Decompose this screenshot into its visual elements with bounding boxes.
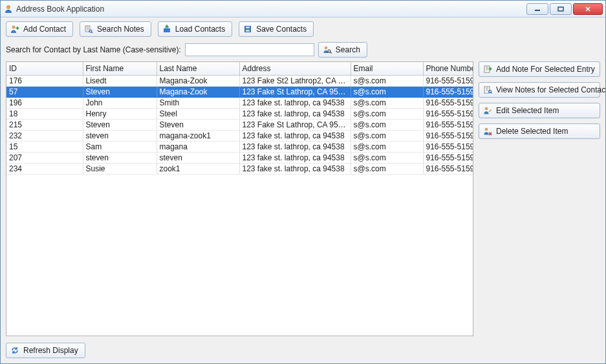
cell-id: 18 (6, 108, 83, 119)
add-note-button[interactable]: Add Note For Selected Entry (479, 61, 600, 77)
side-buttons: Add Note For Selected Entry View Notes f… (479, 61, 600, 336)
cell-address: 123 fake st. lathrop, ca 94538 (239, 163, 351, 174)
col-email[interactable]: Email (351, 62, 423, 75)
load-contacts-button[interactable]: Load Contacts (158, 21, 232, 37)
search-notes-icon (84, 25, 93, 34)
cell-last: Smith (157, 97, 239, 108)
search-notes-button[interactable]: Search Notes (80, 21, 151, 37)
cell-first: Steven (83, 86, 157, 97)
col-address[interactable]: Address (239, 62, 351, 75)
cell-last: magana (157, 141, 239, 152)
col-first-name[interactable]: First Name (83, 62, 157, 75)
cell-first: Henry (83, 108, 157, 119)
cell-address: 123 Fake St Lathrop, CA 95330 (239, 86, 351, 97)
svg-point-0 (6, 5, 10, 9)
svg-rect-6 (164, 28, 170, 32)
cell-first: John (83, 97, 157, 108)
button-label: Add Note For Selected Entry (496, 65, 595, 74)
svg-rect-10 (246, 30, 250, 32)
cell-email: s@s.com (351, 163, 423, 174)
maximize-button[interactable] (550, 3, 572, 15)
load-icon (162, 25, 171, 34)
save-icon (243, 25, 252, 34)
svg-point-12 (328, 50, 330, 52)
cell-phone: 916-555-5159 (423, 86, 473, 97)
main-row: ID First Name Last Name Address Email Ph… (6, 61, 600, 336)
cell-phone: 916-555-5159 (423, 119, 473, 130)
cell-last: Steel (157, 108, 239, 119)
table-row[interactable]: 57StevenMagana-Zook123 Fake St Lathrop, … (6, 86, 473, 97)
cell-email: s@s.com (351, 119, 423, 130)
cell-id: 234 (6, 163, 83, 174)
refresh-button[interactable]: Refresh Display (6, 343, 85, 358)
cell-email: s@s.com (351, 108, 423, 119)
search-icon (323, 45, 332, 54)
cell-last: Magana-Zook (157, 86, 239, 97)
cell-phone: 916-555-5159 (423, 75, 473, 86)
cell-last: zook1 (157, 163, 239, 174)
cell-id: 57 (6, 86, 83, 97)
cell-first: Susie (83, 163, 157, 174)
table-row[interactable]: 196JohnSmith123 fake st. lathrop, ca 945… (6, 97, 473, 108)
cell-phone: 916-555-5159 (423, 97, 473, 108)
cell-email: s@s.com (351, 141, 423, 152)
cell-id: 215 (6, 119, 83, 130)
view-notes-button[interactable]: View Notes for Selected Contact (479, 82, 600, 98)
button-label: Load Contacts (175, 25, 225, 34)
col-last-name[interactable]: Last Name (157, 62, 239, 75)
search-button[interactable]: Search (318, 42, 367, 58)
table-row[interactable]: 215StevenSteven123 Fake St Lathrop, CA 9… (6, 119, 473, 130)
notes-view-icon (483, 85, 492, 94)
button-label: Edit Selected Item (496, 106, 559, 115)
contacts-table[interactable]: ID First Name Last Name Address Email Ph… (6, 62, 473, 175)
cell-email: s@s.com (351, 86, 423, 97)
add-contact-button[interactable]: Add Contact (6, 21, 73, 37)
close-button[interactable] (573, 3, 603, 15)
cell-address: 123 fake st. lathrop, ca 94538 (239, 130, 351, 141)
cell-id: 196 (6, 97, 83, 108)
titlebar: Address Book Application (1, 1, 605, 17)
cell-address: 123 fake st. lathrop, ca 94538 (239, 152, 351, 163)
refresh-icon (10, 346, 19, 355)
svg-point-11 (325, 47, 327, 49)
cell-first: Steven (83, 119, 157, 130)
app-window: Address Book Application Add Contact (0, 0, 606, 364)
edit-item-button[interactable]: Edit Selected Item (479, 103, 600, 118)
table-row[interactable]: 234Susiezook1123 fake st. lathrop, ca 94… (6, 163, 473, 174)
button-label: Delete Selected Item (496, 127, 568, 136)
table-row[interactable]: 207stevensteven123 fake st. lathrop, ca … (6, 152, 473, 163)
cell-email: s@s.com (351, 97, 423, 108)
cell-last: magana-zook1 (157, 130, 239, 141)
button-label: Search (336, 45, 360, 54)
save-contacts-button[interactable]: Save Contacts (239, 21, 314, 37)
cell-address: 123 fake st. lathrop, ca 94538 (239, 97, 351, 108)
maximize-icon (557, 6, 564, 12)
minimize-button[interactable] (526, 3, 548, 15)
search-input[interactable] (185, 43, 314, 56)
search-row: Search for Contact by Last Name (Case-se… (6, 42, 600, 58)
person-delete-icon (483, 127, 492, 136)
person-add-icon (10, 25, 19, 34)
table-row[interactable]: 18HenrySteel123 fake st. lathrop, ca 945… (6, 108, 473, 119)
contacts-table-wrap: ID First Name Last Name Address Email Ph… (6, 61, 473, 336)
cell-last: Steven (157, 119, 239, 130)
table-row[interactable]: 176LisedtMagana-Zook123 Fake St2 Lathrop… (6, 75, 473, 86)
cell-phone: 916-555-5159 (423, 152, 473, 163)
window-title: Address Book Application (16, 5, 525, 14)
cell-address: 123 fake st. lathrop, ca 94538 (239, 141, 351, 152)
search-label: Search for Contact by Last Name (Case-se… (6, 45, 181, 54)
svg-rect-1 (535, 10, 540, 11)
table-row[interactable]: 232stevenmagana-zook1123 fake st. lathro… (6, 130, 473, 141)
cell-last: Magana-Zook (157, 75, 239, 86)
cell-email: s@s.com (351, 75, 423, 86)
col-id[interactable]: ID (6, 62, 83, 75)
table-row[interactable]: 15Sammagana123 fake st. lathrop, ca 9453… (6, 141, 473, 152)
delete-item-button[interactable]: Delete Selected Item (479, 123, 600, 139)
cell-phone: 916-555-5159 (423, 130, 473, 141)
cell-first: steven (83, 152, 157, 163)
col-phone[interactable]: Phone Number (423, 62, 473, 75)
close-icon (585, 6, 591, 12)
cell-phone: 916-555-5159 (423, 163, 473, 174)
cell-first: Sam (83, 141, 157, 152)
button-label: Search Notes (97, 25, 144, 34)
